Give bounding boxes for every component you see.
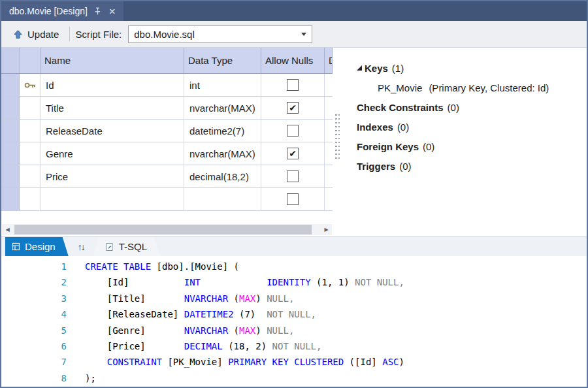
grid-header-row: Name Data Type Allow Nulls Default [1, 48, 333, 74]
update-button[interactable]: Update [8, 26, 64, 42]
name-cell[interactable]: Price [41, 165, 184, 187]
code-token: NVARCHAR [184, 325, 228, 336]
name-header-label: Name [44, 55, 71, 66]
name-cell[interactable]: ReleaseDate [41, 120, 184, 142]
data-type-cell[interactable] [184, 188, 261, 210]
allow-nulls-checkbox[interactable]: ✔ [287, 148, 299, 159]
code-line: 1CREATE TABLE [dbo].[Movie] ( [1, 259, 587, 274]
row-selector[interactable] [1, 188, 20, 210]
code-token: ) [255, 325, 267, 336]
code-token: ) [399, 357, 404, 367]
icon-column-header[interactable] [20, 48, 41, 73]
row-selector[interactable] [1, 97, 20, 119]
allow-nulls-checkbox[interactable]: ✔ [287, 102, 299, 114]
columns-grid: Name Data Type Allow Nulls Default [1, 48, 333, 211]
code-token: [Id] [85, 277, 184, 287]
default-cell[interactable] [325, 97, 333, 119]
default-cell[interactable] [325, 120, 333, 142]
row-selector[interactable] [1, 120, 20, 142]
table-row-new: ✔ [1, 188, 333, 211]
tree-label: Check Constraints [357, 102, 444, 113]
tree-label: Triggers [357, 161, 395, 172]
document-tab-bar: dbo.Movie [Design] × [1, 1, 587, 21]
tree-item-foreign-keys[interactable]: Foreign Keys (0) [357, 137, 587, 156]
tree-count: (1) [392, 63, 404, 74]
tree-item-keys[interactable]: Keys (1) [357, 58, 587, 78]
line-number: 3 [1, 291, 67, 306]
code-token: CREATE TABLE [85, 261, 157, 272]
name-column-header[interactable]: Name [41, 48, 184, 73]
columns-grid-pane: Name Data Type Allow Nulls Default [1, 48, 333, 236]
default-cell[interactable] [325, 165, 333, 187]
document-tab-title: dbo.Movie [Design] [9, 6, 88, 16]
grid-corner-cell[interactable] [1, 48, 20, 73]
code-line: 5 [Genre] NVARCHAR (MAX) NULL, [1, 323, 587, 338]
column-name: Price [46, 171, 68, 182]
sync-icon: ↑↓ [78, 242, 84, 252]
data-type-cell[interactable]: nvarchar(MAX) [184, 97, 261, 119]
data-type-cell[interactable]: nvarchar(MAX) [184, 142, 261, 165]
name-cell[interactable]: Id [41, 74, 184, 96]
tree-label: Indexes [357, 121, 393, 133]
tree-item-check-constraints[interactable]: Check Constraints (0) [357, 97, 587, 117]
scrollbar-track[interactable] [13, 224, 321, 235]
chevron-down-icon[interactable] [296, 33, 312, 36]
data-type-cell[interactable]: datetime2(7) [184, 120, 261, 142]
table-row-genre: Genre nvarchar(MAX) ✔ [1, 142, 333, 165]
code-token [85, 357, 107, 367]
bottom-tab-bar: Design ↑↓ T-SQL [1, 236, 587, 256]
allow-nulls-checkbox[interactable]: ✔ [287, 79, 299, 91]
pin-icon[interactable] [93, 7, 102, 16]
row-selector[interactable] [1, 165, 20, 187]
tree-count: (0) [399, 161, 411, 172]
row-icon-cell [20, 74, 41, 96]
data-type-cell[interactable]: decimal(18,2) [184, 165, 261, 187]
name-cell[interactable]: Genre [41, 142, 184, 165]
data-type-value: nvarchar(MAX) [189, 148, 255, 159]
column-name: Title [46, 103, 64, 114]
code-token: [Genre] [85, 325, 184, 336]
scroll-left-icon[interactable]: ◀ [2, 227, 13, 233]
allow-nulls-column-header[interactable]: Allow Nulls [261, 48, 325, 73]
line-number: 7 [1, 354, 67, 370]
tree-item-pk-movie[interactable]: PK_Movie (Primary Key, Clustered: Id) [357, 78, 587, 97]
horizontal-scrollbar[interactable]: ◀ ▶ [2, 224, 332, 235]
code-token: [PK_Movie] [162, 357, 228, 367]
close-icon[interactable]: × [108, 6, 117, 17]
code-token: [ReleaseDate] [85, 309, 184, 319]
default-cell[interactable] [325, 74, 333, 96]
default-cell[interactable] [325, 188, 333, 210]
data-type-column-header[interactable]: Data Type [184, 48, 261, 73]
tab-design[interactable]: Design [5, 237, 69, 256]
column-name: Genre [46, 148, 73, 159]
script-file-combobox[interactable]: dbo.Movie.sql [128, 25, 312, 43]
row-icon-cell [20, 120, 41, 142]
code-token: ) [255, 293, 267, 304]
data-type-cell[interactable]: int [184, 74, 261, 96]
row-selector[interactable] [1, 74, 20, 96]
pane-splitter[interactable] [333, 48, 341, 236]
tree-item-triggers[interactable]: Triggers (0) [357, 156, 587, 176]
allow-nulls-checkbox[interactable]: ✔ [287, 170, 299, 182]
row-selector[interactable] [1, 142, 20, 165]
code-token: ( [228, 293, 239, 304]
document-tab[interactable]: dbo.Movie [Design] × [1, 1, 123, 21]
scroll-right-icon[interactable]: ▶ [321, 227, 332, 233]
tsql-editor[interactable]: 1CREATE TABLE [dbo].[Movie] ( 2 [Id] INT… [1, 256, 587, 387]
code-token: INT [184, 277, 201, 287]
code-line: 3 [Title] NVARCHAR (MAX) NULL, [1, 291, 587, 306]
allow-nulls-checkbox[interactable]: ✔ [287, 193, 299, 205]
sync-panes-button[interactable]: ↑↓ [69, 237, 93, 256]
code-token: MAX [239, 293, 255, 304]
expander-icon[interactable] [357, 65, 362, 71]
tab-tsql[interactable]: T-SQL [93, 237, 160, 256]
default-cell[interactable] [325, 142, 333, 165]
table-row-price: Price decimal(18,2) ✔ [1, 165, 333, 188]
tree-item-indexes[interactable]: Indexes (0) [357, 117, 587, 137]
allow-nulls-checkbox[interactable]: ✔ [287, 125, 299, 137]
name-cell[interactable] [41, 188, 184, 210]
scrollbar-thumb[interactable] [14, 225, 312, 234]
default-column-header[interactable]: Default [325, 48, 333, 73]
name-cell[interactable]: Title [41, 97, 184, 119]
splitter-grip-icon [335, 113, 340, 160]
